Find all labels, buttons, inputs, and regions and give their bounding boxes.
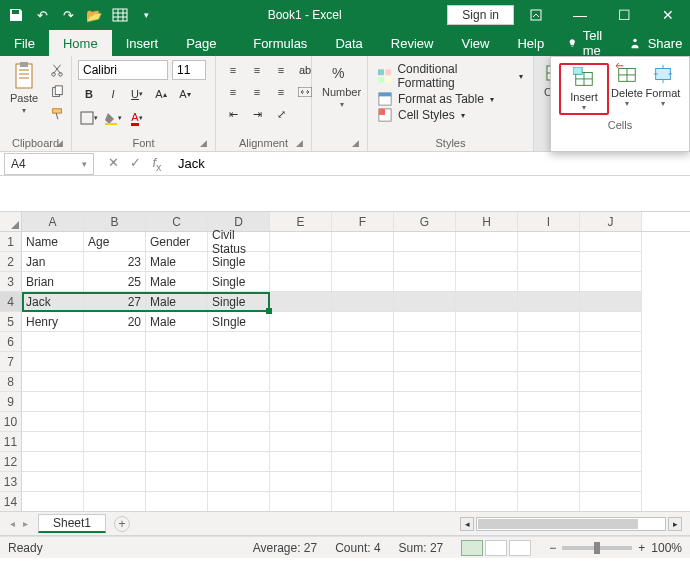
column-header[interactable]: J	[580, 212, 642, 231]
cell[interactable]	[84, 372, 146, 392]
zoom-out-button[interactable]: −	[549, 541, 556, 555]
cell[interactable]	[270, 372, 332, 392]
cell[interactable]	[84, 432, 146, 452]
cell[interactable]	[146, 452, 208, 472]
increase-indent-button[interactable]: ⇥	[246, 104, 268, 124]
zoom-level[interactable]: 100%	[651, 541, 682, 555]
copy-button[interactable]	[46, 82, 68, 102]
cell[interactable]	[332, 232, 394, 252]
cell[interactable]	[456, 312, 518, 332]
cell[interactable]: 20	[84, 312, 146, 332]
column-header[interactable]: A	[22, 212, 84, 231]
cell[interactable]	[580, 472, 642, 492]
cell[interactable]: 23	[84, 252, 146, 272]
cell[interactable]	[580, 492, 642, 512]
cell[interactable]	[208, 372, 270, 392]
format-as-table-button[interactable]: Format as Table▾	[378, 92, 523, 106]
cell[interactable]	[84, 352, 146, 372]
font-color-button[interactable]: A▾	[126, 108, 148, 128]
cell[interactable]	[456, 392, 518, 412]
cell[interactable]	[84, 392, 146, 412]
paste-button[interactable]: Paste ▾	[6, 60, 42, 117]
cell[interactable]	[394, 452, 456, 472]
cell[interactable]	[270, 312, 332, 332]
cell[interactable]	[456, 412, 518, 432]
cell[interactable]: Gender	[146, 232, 208, 252]
cell[interactable]: Henry	[22, 312, 84, 332]
tell-me[interactable]: Tell me	[558, 30, 618, 56]
cell[interactable]	[394, 272, 456, 292]
cell[interactable]	[270, 292, 332, 312]
insert-function-button[interactable]: fx	[148, 155, 166, 173]
scroll-thumb[interactable]	[478, 519, 638, 529]
bold-button[interactable]: B	[78, 84, 100, 104]
cell[interactable]	[208, 472, 270, 492]
cell[interactable]	[518, 492, 580, 512]
cell[interactable]	[208, 412, 270, 432]
cell[interactable]: Male	[146, 312, 208, 332]
cell[interactable]	[332, 252, 394, 272]
tab-file[interactable]: File	[0, 30, 49, 56]
cell[interactable]	[208, 432, 270, 452]
row-header[interactable]: 10	[0, 412, 22, 432]
scroll-track[interactable]	[476, 517, 666, 531]
decrease-indent-button[interactable]: ⇤	[222, 104, 244, 124]
tab-help[interactable]: Help	[503, 30, 558, 56]
name-box-dropdown-icon[interactable]: ▾	[82, 159, 87, 169]
save-icon[interactable]	[8, 7, 24, 23]
cell[interactable]	[580, 272, 642, 292]
tab-formulas[interactable]: Formulas	[239, 30, 321, 56]
cell[interactable]	[456, 292, 518, 312]
cell[interactable]	[208, 492, 270, 512]
font-name-combo[interactable]	[78, 60, 168, 80]
cell[interactable]	[518, 352, 580, 372]
tab-insert[interactable]: Insert	[112, 30, 173, 56]
tab-view[interactable]: View	[447, 30, 503, 56]
cell[interactable]	[22, 452, 84, 472]
cell[interactable]: Male	[146, 292, 208, 312]
cell[interactable]	[84, 472, 146, 492]
cell[interactable]	[456, 252, 518, 272]
underline-button[interactable]: U▾	[126, 84, 148, 104]
cell[interactable]	[456, 372, 518, 392]
cell[interactable]	[84, 412, 146, 432]
cell[interactable]	[332, 272, 394, 292]
cell[interactable]	[208, 392, 270, 412]
cell[interactable]	[518, 312, 580, 332]
cell[interactable]: 25	[84, 272, 146, 292]
launcher-number[interactable]: ◢	[352, 138, 359, 148]
cell[interactable]: Single	[208, 272, 270, 292]
cell[interactable]	[518, 332, 580, 352]
cell[interactable]	[84, 492, 146, 512]
cell[interactable]	[146, 332, 208, 352]
align-middle-button[interactable]: ≡	[246, 60, 268, 80]
cell[interactable]	[456, 232, 518, 252]
cell[interactable]	[270, 352, 332, 372]
launcher-font[interactable]: ◢	[200, 138, 207, 148]
cell[interactable]	[580, 452, 642, 472]
cell[interactable]	[456, 432, 518, 452]
qat-customize-icon[interactable]: ▾	[138, 7, 154, 23]
cell[interactable]	[394, 472, 456, 492]
formula-input[interactable]	[172, 156, 690, 171]
conditional-formatting-button[interactable]: Conditional Formatting▾	[378, 62, 523, 90]
view-normal-button[interactable]	[461, 540, 483, 556]
tab-home[interactable]: Home	[49, 30, 112, 56]
cell[interactable]	[394, 232, 456, 252]
cell[interactable]	[580, 332, 642, 352]
tab-review[interactable]: Review	[377, 30, 448, 56]
cell[interactable]	[518, 232, 580, 252]
cell[interactable]	[22, 392, 84, 412]
align-center-button[interactable]: ≡	[246, 82, 268, 102]
cell[interactable]	[580, 412, 642, 432]
cell[interactable]	[394, 252, 456, 272]
cell[interactable]	[270, 432, 332, 452]
italic-button[interactable]: I	[102, 84, 124, 104]
cell[interactable]: Age	[84, 232, 146, 252]
close-button[interactable]: ✕	[646, 0, 690, 30]
sheet-nav-last-icon[interactable]: ▸	[23, 518, 28, 529]
cell[interactable]	[518, 372, 580, 392]
undo-icon[interactable]: ↶	[34, 7, 50, 23]
row-header[interactable]: 5	[0, 312, 22, 332]
cell[interactable]	[394, 432, 456, 452]
